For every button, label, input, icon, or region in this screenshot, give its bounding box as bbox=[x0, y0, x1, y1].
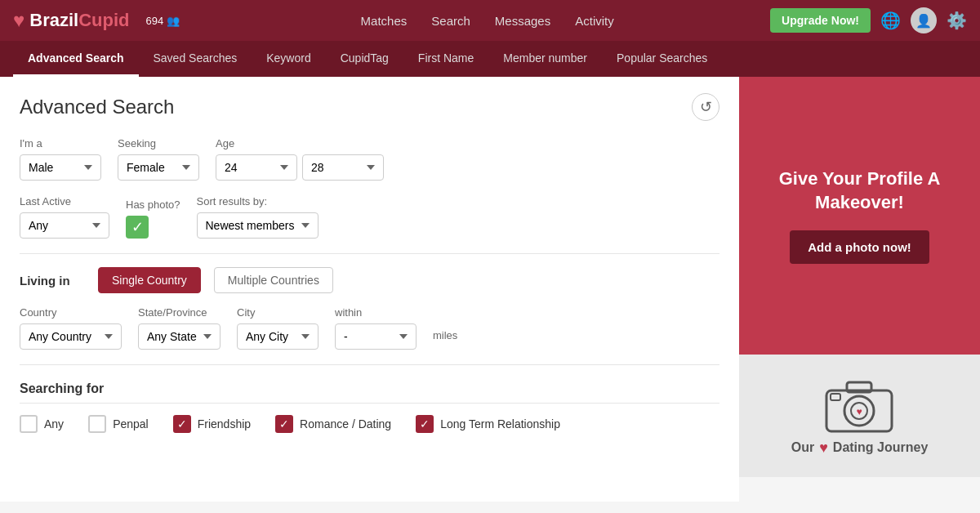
within-group: within - 10 25 50 100 bbox=[335, 306, 416, 350]
last-active-select[interactable]: Any Today This week This month bbox=[20, 212, 109, 239]
nav-messages[interactable]: Messages bbox=[495, 14, 550, 28]
svg-text:♥: ♥ bbox=[857, 406, 862, 417]
checkbox-penpal-box[interactable] bbox=[88, 415, 106, 433]
within-label: within bbox=[335, 306, 416, 319]
divider-2 bbox=[20, 364, 719, 365]
checkbox-longterm-box[interactable]: ✓ bbox=[416, 415, 434, 433]
seeking-group: Seeking Female Male bbox=[118, 137, 199, 181]
age-row: 24 181920212223 25262728 28 181920212223… bbox=[216, 154, 384, 181]
living-in-header: Living in Single Country Multiple Countr… bbox=[20, 267, 719, 293]
checkbox-friendship-box[interactable]: ✓ bbox=[173, 415, 191, 433]
subnav-firstname[interactable]: First Name bbox=[403, 41, 488, 77]
sort-group: Sort results by: Newest members Last act… bbox=[197, 195, 318, 239]
page-title: Advanced Search bbox=[20, 96, 174, 118]
checkbox-longterm[interactable]: ✓ Long Term Relationship bbox=[416, 415, 560, 433]
sort-label: Sort results by: bbox=[197, 195, 318, 207]
has-photo-checkbox[interactable]: ✓ bbox=[126, 216, 149, 239]
subnav-saved-searches[interactable]: Saved Searches bbox=[139, 41, 252, 77]
checkbox-penpal[interactable]: Penpal bbox=[88, 415, 149, 433]
form-row-2: Last Active Any Today This week This mon… bbox=[20, 195, 719, 239]
im-a-select[interactable]: Male Female bbox=[20, 154, 101, 181]
city-select[interactable]: Any City bbox=[237, 323, 318, 350]
country-label: Country bbox=[20, 306, 122, 319]
country-select[interactable]: Any Country Brazil United States bbox=[20, 323, 122, 350]
subnav-keyword[interactable]: Keyword bbox=[252, 41, 325, 77]
upgrade-button[interactable]: Upgrade Now! bbox=[770, 8, 871, 33]
checkbox-romance-label: Romance / Dating bbox=[300, 417, 391, 430]
city-label: City bbox=[237, 306, 318, 319]
checkbox-friendship[interactable]: ✓ Friendship bbox=[173, 415, 251, 433]
city-group: City Any City bbox=[237, 306, 318, 350]
journey-heart-icon: ♥ bbox=[819, 439, 828, 457]
age-label: Age bbox=[216, 137, 384, 149]
nav-links: Matches Search Messages Activity bbox=[204, 14, 770, 28]
logo-text: BrazilCupid bbox=[29, 10, 129, 31]
nav-search[interactable]: Search bbox=[431, 14, 470, 28]
sidebar-journey: ♥ Our ♥ Dating Journey bbox=[739, 355, 980, 477]
search-panel: Advanced Search ↺ I'm a Male Female Seek… bbox=[0, 77, 739, 502]
nav-right: Upgrade Now! 🌐 👤 ⚙️ bbox=[770, 7, 967, 33]
logo-cupid: Cupid bbox=[78, 10, 129, 30]
subnav-cupidtag[interactable]: CupidTag bbox=[326, 41, 403, 77]
subnav-member-number[interactable]: Member number bbox=[488, 41, 602, 77]
checkbox-any[interactable]: Any bbox=[20, 415, 64, 433]
im-a-group: I'm a Male Female bbox=[20, 137, 101, 181]
last-active-label: Last Active bbox=[20, 195, 109, 207]
im-a-label: I'm a bbox=[20, 137, 101, 149]
single-country-tab[interactable]: Single Country bbox=[98, 267, 201, 293]
checkbox-row: Any Penpal ✓ Friendship ✓ Romance / Dati… bbox=[20, 415, 719, 433]
within-select[interactable]: - 10 25 50 100 bbox=[335, 323, 416, 350]
searching-for-section: Searching for Any Penpal ✓ Friendship ✓ … bbox=[20, 381, 719, 433]
has-photo-group: Has photo? ✓ bbox=[126, 199, 180, 239]
last-active-group: Last Active Any Today This week This mon… bbox=[20, 195, 109, 239]
top-nav: ♥ BrazilCupid 694 👥 Matches Search Messa… bbox=[0, 0, 980, 41]
form-row-1: I'm a Male Female Seeking Female Male Ag… bbox=[20, 137, 719, 181]
seeking-select[interactable]: Female Male bbox=[118, 154, 199, 181]
age-to-select[interactable]: 28 181920212223 24252627 2930354045 bbox=[302, 154, 384, 181]
add-photo-button[interactable]: Add a photo now! bbox=[790, 230, 929, 264]
svg-rect-5 bbox=[831, 394, 840, 400]
gear-icon[interactable]: ⚙️ bbox=[947, 11, 967, 30]
nav-activity[interactable]: Activity bbox=[575, 14, 614, 28]
promo-title: Give Your Profile A Makeover! bbox=[755, 167, 964, 214]
globe-icon[interactable]: 🌐 bbox=[880, 11, 901, 30]
living-in-title: Living in bbox=[20, 274, 85, 288]
checkbox-friendship-label: Friendship bbox=[198, 417, 251, 430]
checkbox-romance-box[interactable]: ✓ bbox=[275, 415, 293, 433]
camera-icon: ♥ bbox=[822, 376, 896, 433]
searching-for-title: Searching for bbox=[20, 381, 719, 404]
journey-content: ♥ Our ♥ Dating Journey bbox=[791, 376, 929, 457]
location-row: Country Any Country Brazil United States… bbox=[20, 306, 719, 350]
checkbox-romance[interactable]: ✓ Romance / Dating bbox=[275, 415, 391, 433]
miles-label: miles bbox=[433, 329, 457, 350]
multiple-countries-tab[interactable]: Multiple Countries bbox=[214, 267, 333, 293]
notification-count[interactable]: 694 👥 bbox=[146, 15, 180, 27]
state-group: State/Province Any State bbox=[138, 306, 220, 350]
reset-button[interactable]: ↺ bbox=[692, 93, 719, 121]
sidebar: Give Your Profile A Makeover! Add a phot… bbox=[739, 77, 980, 502]
main-layout: Advanced Search ↺ I'm a Male Female Seek… bbox=[0, 77, 980, 502]
checkbox-any-box[interactable] bbox=[20, 415, 38, 433]
seeking-label: Seeking bbox=[118, 137, 199, 149]
checkbox-penpal-label: Penpal bbox=[113, 417, 149, 430]
sort-select[interactable]: Newest members Last active Distance bbox=[197, 212, 318, 239]
subnav-advanced-search[interactable]: Advanced Search bbox=[13, 41, 139, 77]
checkbox-any-label: Any bbox=[44, 417, 64, 430]
state-select[interactable]: Any State bbox=[138, 323, 220, 350]
sidebar-promo: Give Your Profile A Makeover! Add a phot… bbox=[739, 77, 980, 355]
people-icon: 👥 bbox=[167, 15, 180, 27]
journey-text: Our ♥ Dating Journey bbox=[791, 439, 929, 457]
avatar[interactable]: 👤 bbox=[911, 7, 937, 33]
nav-matches[interactable]: Matches bbox=[361, 14, 408, 28]
subnav-popular-searches[interactable]: Popular Searches bbox=[602, 41, 722, 77]
age-group: Age 24 181920212223 25262728 28 18192021… bbox=[216, 137, 384, 181]
country-group: Country Any Country Brazil United States bbox=[20, 306, 122, 350]
age-from-select[interactable]: 24 181920212223 25262728 bbox=[216, 154, 297, 181]
checkbox-longterm-label: Long Term Relationship bbox=[440, 417, 560, 430]
logo: ♥ BrazilCupid bbox=[13, 9, 130, 32]
logo-heart-icon: ♥ bbox=[13, 9, 24, 32]
panel-header: Advanced Search ↺ bbox=[20, 93, 719, 121]
has-photo-label: Has photo? bbox=[126, 199, 180, 211]
divider-1 bbox=[20, 253, 719, 254]
sub-nav: Advanced Search Saved Searches Keyword C… bbox=[0, 41, 980, 77]
